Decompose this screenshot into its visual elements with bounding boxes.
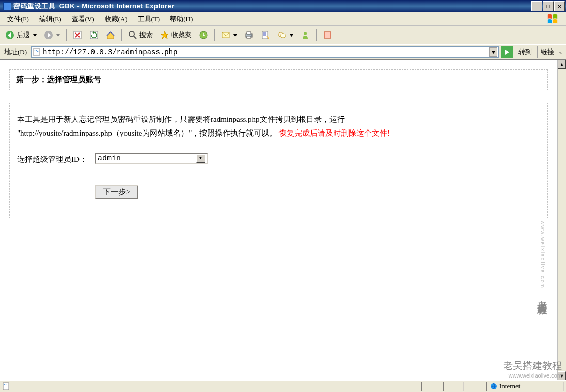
page-body: 第一步：选择管理员账号 本工具是用于新人忘记管理员密码重设所制作，只需要将rad…: [0, 60, 557, 380]
admin-select-value: admin: [98, 152, 196, 166]
history-button[interactable]: [196, 28, 211, 42]
favorites-label: 收藏夹: [171, 30, 192, 40]
desc-line2: "http://yousite/radminpass.php（yousite为网…: [17, 129, 277, 137]
desc-line1: 本工具是用于新人忘记管理员密码重设所制作，只需要将radminpass.php文…: [17, 115, 345, 123]
menu-tools[interactable]: 工具(T): [133, 12, 165, 26]
statusbar: Internet: [0, 380, 566, 392]
scroll-up-button[interactable]: ▲: [558, 60, 566, 69]
svg-rect-8: [247, 32, 251, 34]
address-label: 地址(D): [2, 47, 29, 57]
toolbar-separator: [316, 29, 317, 41]
watermark-vertical: www.weixiaolive.com 老吴搭建教程: [536, 221, 549, 299]
admin-select-label: 选择超级管理员ID：: [17, 153, 95, 167]
watermark-bottom-text: 老吴搭建教程: [503, 360, 562, 371]
links-chevron-icon[interactable]: »: [559, 50, 564, 55]
watermark-bottom: 老吴搭建教程 www.weixiaolive.com: [503, 359, 562, 379]
minimize-button[interactable]: _: [531, 1, 542, 11]
menubar: 文件(F) 编辑(E) 查看(V) 收藏(A) 工具(T) 帮助(H): [0, 12, 566, 26]
refresh-button[interactable]: [86, 28, 102, 42]
edit-button[interactable]: [258, 28, 273, 42]
svg-point-4: [129, 31, 134, 37]
windows-logo-icon: [541, 12, 564, 26]
menu-file[interactable]: 文件(F): [2, 12, 34, 26]
svg-rect-15: [34, 48, 39, 56]
status-section: [443, 382, 464, 391]
status-zone: Internet: [486, 382, 564, 391]
status-section: [400, 382, 420, 391]
watermark-bottom-url: www.weixiaolive.com: [503, 372, 562, 379]
search-button[interactable]: 搜索: [125, 28, 156, 42]
svg-point-13: [304, 32, 307, 35]
back-label: 后退: [17, 30, 30, 40]
admin-select[interactable]: admin ▼: [95, 153, 208, 164]
svg-rect-16: [3, 383, 9, 390]
step-title: 第一步：选择管理员账号: [9, 69, 548, 90]
svg-rect-14: [324, 32, 331, 38]
toolbar: 后退 搜索 收藏夹: [0, 26, 566, 44]
watermark-vertical-url: www.weixiaolive.com: [540, 221, 545, 289]
print-button[interactable]: [241, 28, 257, 42]
discuss-button[interactable]: [274, 28, 296, 42]
scroll-track[interactable]: [558, 69, 566, 371]
forward-button[interactable]: [41, 28, 63, 42]
toolbar-separator: [121, 29, 122, 41]
address-input[interactable]: http://127.0.0.3/radminpass.php: [31, 46, 499, 58]
toolbar-separator: [66, 29, 67, 41]
watermark-vertical-text: 老吴搭建教程: [537, 292, 548, 299]
go-label: 转到: [515, 47, 535, 57]
links-label[interactable]: 链接: [537, 46, 557, 58]
menu-help[interactable]: 帮助(H): [165, 12, 198, 26]
back-button[interactable]: 后退: [2, 28, 40, 42]
svg-point-12: [280, 34, 286, 38]
favorites-button[interactable]: 收藏夹: [157, 28, 195, 42]
address-dropdown-icon[interactable]: [489, 47, 497, 57]
description: 本工具是用于新人忘记管理员密码重设所制作，只需要将radminpass.php文…: [17, 112, 540, 140]
globe-icon: [490, 383, 497, 390]
home-button[interactable]: [103, 28, 118, 42]
maximize-button[interactable]: □: [543, 1, 554, 11]
svg-rect-9: [247, 36, 251, 38]
select-dropdown-icon[interactable]: ▼: [196, 154, 205, 163]
status-section: [465, 382, 485, 391]
admin-select-row: 选择超级管理员ID： admin ▼: [17, 153, 540, 167]
menu-edit[interactable]: 编辑(E): [34, 12, 67, 26]
toolbar-separator: [214, 29, 215, 41]
window-title: 密码重设工具_GBK - Microsoft Internet Explorer: [13, 2, 175, 11]
next-button[interactable]: 下一步>: [95, 185, 138, 199]
status-page-icon: [2, 382, 10, 390]
extra-button[interactable]: [320, 28, 335, 42]
desc-warning: 恢复完成后请及时删除这个文件!: [279, 129, 390, 137]
mail-button[interactable]: [218, 28, 240, 42]
status-zone-text: Internet: [499, 382, 520, 390]
stop-button[interactable]: [70, 28, 85, 42]
content-box: 本工具是用于新人忘记管理员密码重设所制作，只需要将radminpass.php文…: [9, 103, 548, 218]
menu-view[interactable]: 查看(V): [67, 12, 100, 26]
address-url: http://127.0.0.3/radminpass.php: [43, 48, 489, 56]
addressbar: 地址(D) http://127.0.0.3/radminpass.php 转到…: [0, 44, 566, 60]
content-area: 第一步：选择管理员账号 本工具是用于新人忘记管理员密码重设所制作，只需要将rad…: [0, 60, 566, 380]
menu-favorites[interactable]: 收藏(A): [100, 12, 133, 26]
messenger-button[interactable]: [297, 28, 313, 42]
close-button[interactable]: ×: [554, 1, 565, 11]
page-icon: [33, 48, 41, 56]
status-section: [421, 382, 442, 391]
go-button[interactable]: [501, 46, 513, 58]
app-icon: [3, 2, 11, 10]
search-label: 搜索: [139, 30, 153, 40]
vertical-scrollbar[interactable]: ▲ ▼: [557, 60, 566, 380]
window-titlebar: 密码重设工具_GBK - Microsoft Internet Explorer…: [0, 0, 566, 12]
